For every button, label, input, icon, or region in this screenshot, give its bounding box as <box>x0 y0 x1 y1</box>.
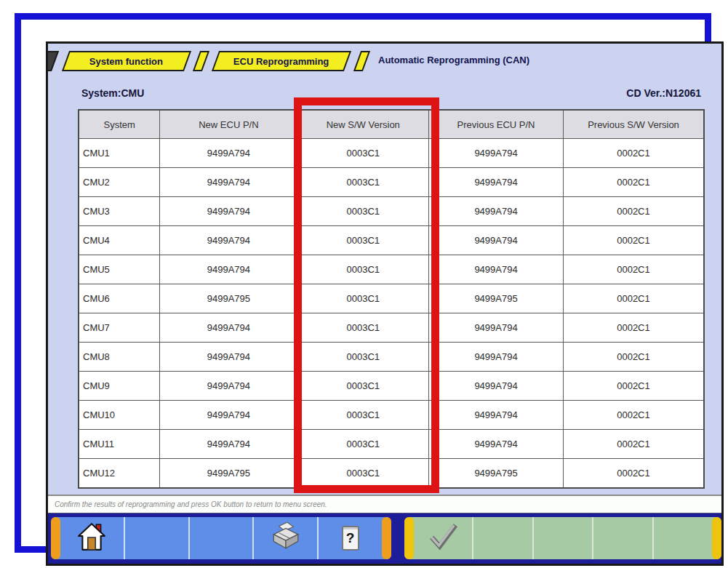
toolbar-left-cap <box>51 517 60 559</box>
toolbar-empty-slot <box>125 517 190 559</box>
table-cell: 0002C1 <box>563 284 704 313</box>
table-cell: 9499A794 <box>429 226 564 255</box>
table-cell: 9499A794 <box>429 197 564 226</box>
table-cell: CMU11 <box>79 430 160 459</box>
status-message: Confirm the results of reprogramming and… <box>48 500 327 508</box>
table-cell: 0003C1 <box>297 284 429 313</box>
tab-system-function[interactable]: System function <box>62 51 191 71</box>
table-cell: CMU3 <box>79 197 160 226</box>
table-cell: 0003C1 <box>297 255 429 284</box>
table-row: CMU129499A7950003C19499A7950002C1 <box>79 459 704 489</box>
table-cell: 9499A794 <box>160 430 297 459</box>
table-cell: CMU10 <box>79 401 160 430</box>
table-row: CMU99499A7940003C19499A7940002C1 <box>79 372 704 401</box>
table-cell: 9499A794 <box>160 255 297 284</box>
print-button[interactable] <box>254 517 319 559</box>
table-cell: CMU12 <box>79 459 160 489</box>
table-cell: CMU5 <box>79 255 160 284</box>
table-cell: 9499A794 <box>429 343 564 372</box>
table-row: CMU79499A7940003C19499A7940002C1 <box>79 313 704 343</box>
table-cell: 0003C1 <box>297 430 429 459</box>
table-cell: 9499A794 <box>160 197 297 226</box>
toolbar-empty-slot <box>190 517 255 559</box>
table-cell: 0002C1 <box>563 226 704 255</box>
printer-icon <box>269 520 303 556</box>
tab-label: System function <box>89 56 163 67</box>
system-label: System:CMU <box>81 87 144 99</box>
table-cell: 0002C1 <box>563 139 704 168</box>
table-cell: 0003C1 <box>297 372 429 401</box>
table-cell: 0002C1 <box>563 343 704 372</box>
column-header-new-ecu-pn: New ECU P/N <box>160 110 297 139</box>
table-cell: 9499A794 <box>429 255 564 284</box>
home-button[interactable] <box>60 517 125 559</box>
help-button[interactable]: ? <box>319 517 382 559</box>
table-cell: 9499A795 <box>160 284 297 313</box>
table-cell: 9499A795 <box>429 284 564 313</box>
table-cell: 9499A795 <box>429 459 564 489</box>
status-bar: Confirm the results of reprogramming and… <box>48 495 721 514</box>
table-cell: 9499A794 <box>160 168 297 197</box>
table-cell: 0002C1 <box>563 197 704 226</box>
table-row: CMU19499A7940003C19499A7940002C1 <box>79 139 704 168</box>
check-icon <box>427 522 459 554</box>
toolbar-right-cap <box>712 517 721 559</box>
app-window: System function ECU Reprogramming Automa… <box>46 41 724 566</box>
table-cell: 0002C1 <box>563 401 704 430</box>
help-icon: ? <box>342 526 359 551</box>
column-header-new-sw-version: New S/W Version <box>297 110 429 139</box>
reprogramming-results-table: System New ECU P/N New S/W Version Previ… <box>78 109 705 489</box>
table-cell: 0003C1 <box>297 168 429 197</box>
table-cell: 0003C1 <box>297 139 429 168</box>
toolbar-empty-slot <box>593 517 653 559</box>
table-cell: CMU8 <box>79 343 160 372</box>
table-cell: 9499A794 <box>429 313 564 343</box>
table-cell: 9499A794 <box>429 168 564 197</box>
table-cell: 0003C1 <box>297 313 429 343</box>
column-header-previous-sw-version: Previous S/W Version <box>563 110 704 139</box>
table-cell: 0002C1 <box>563 430 704 459</box>
tab-divider-slash <box>353 51 370 71</box>
table-cell: 0002C1 <box>563 168 704 197</box>
toolbar-empty-slot <box>534 517 593 559</box>
table-cell: 9499A794 <box>160 401 297 430</box>
cd-version-label: CD Ver.:N12061 <box>626 87 701 99</box>
table-row: CMU29499A7940003C19499A7940002C1 <box>79 168 704 197</box>
tab-divider-slash <box>193 51 209 71</box>
table-cell: CMU7 <box>79 313 160 343</box>
table-cell: 9499A794 <box>429 430 564 459</box>
table-row: CMU89499A7940003C19499A7940002C1 <box>79 343 704 372</box>
table-cell: 0003C1 <box>297 226 429 255</box>
column-header-system: System <box>79 110 160 139</box>
tab-automatic-reprogramming-active: Automatic Reprogramming (CAN) <box>378 55 529 65</box>
column-header-previous-ecu-pn: Previous ECU P/N <box>429 110 564 139</box>
table-cell: CMU6 <box>79 284 160 313</box>
home-icon <box>76 521 107 555</box>
tab-corner-decoration <box>46 51 59 71</box>
ok-button[interactable] <box>414 517 473 559</box>
table-cell: CMU1 <box>79 139 160 168</box>
tab-ecu-reprogramming[interactable]: ECU Reprogramming <box>212 51 351 71</box>
toolbar-right <box>404 517 721 559</box>
table-cell: 0002C1 <box>563 255 704 284</box>
table-cell: 9499A794 <box>160 226 297 255</box>
table-cell: CMU4 <box>79 226 160 255</box>
table-cell: 9499A794 <box>429 401 564 430</box>
table-cell: 0003C1 <box>297 197 429 226</box>
table-cell: 9499A794 <box>160 313 297 343</box>
table-row: CMU119499A7940003C19499A7940002C1 <box>79 430 704 459</box>
tab-bar: System function ECU Reprogramming Automa… <box>48 44 721 79</box>
table-header-row: System New ECU P/N New S/W Version Previ… <box>79 110 704 139</box>
table-cell: 0002C1 <box>563 372 704 401</box>
table-cell: 9499A794 <box>160 343 297 372</box>
toolbar-empty-slot <box>654 517 712 559</box>
toolbar-right-cap <box>404 517 414 559</box>
table-row: CMU39499A7940003C19499A7940002C1 <box>79 197 704 226</box>
table-row: CMU49499A7940003C19499A7940002C1 <box>79 226 704 255</box>
tab-label: ECU Reprogramming <box>233 56 329 67</box>
table-cell: 0002C1 <box>563 459 704 489</box>
table-cell: 9499A794 <box>160 139 297 168</box>
toolbar-left: ? <box>51 517 391 559</box>
table-body: CMU19499A7940003C19499A7940002C1CMU29499… <box>79 139 704 489</box>
table-cell: 0003C1 <box>297 459 429 489</box>
